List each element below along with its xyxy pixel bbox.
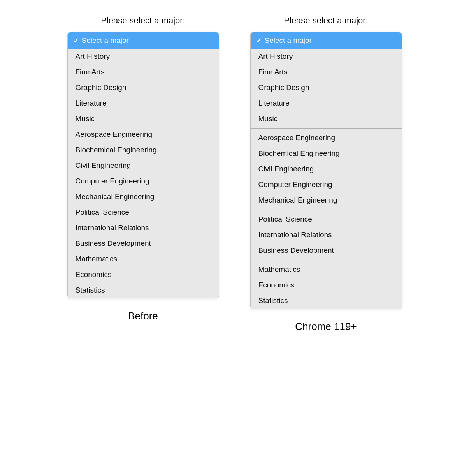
after-caption: Chrome 119+ [295, 321, 357, 333]
list-item[interactable]: Economics [68, 267, 219, 282]
list-item[interactable]: Political Science [68, 205, 219, 220]
list-item[interactable]: Art History [251, 49, 402, 64]
list-item[interactable]: Graphic Design [251, 80, 402, 95]
list-item[interactable]: Music [68, 111, 219, 127]
list-item[interactable]: Literature [68, 95, 219, 111]
list-item[interactable]: Graphic Design [68, 80, 219, 95]
group-divider [251, 260, 402, 260]
list-item[interactable]: Statistics [251, 293, 402, 309]
before-selected-option[interactable]: ✓ Select a major [68, 32, 219, 49]
before-caption: Before [128, 310, 158, 322]
list-item[interactable]: Business Development [251, 243, 402, 258]
list-item[interactable]: Mechanical Engineering [251, 192, 402, 208]
checkmark-icon: ✓ [73, 37, 79, 45]
after-demo: Please select a major: ✓ Select a major … [250, 16, 402, 333]
list-item[interactable]: Computer Engineering [68, 173, 219, 189]
list-item[interactable]: Computer Engineering [251, 177, 402, 192]
before-selected-label: Select a major [82, 36, 129, 45]
list-item[interactable]: Business Development [68, 236, 219, 251]
list-item[interactable]: Civil Engineering [68, 158, 219, 173]
checkmark-icon: ✓ [256, 37, 262, 45]
list-item[interactable]: Aerospace Engineering [68, 127, 219, 142]
before-label: Please select a major: [101, 16, 185, 26]
after-dropdown-box[interactable]: ✓ Select a major Art History Fine Arts G… [250, 32, 402, 309]
list-item[interactable]: Mathematics [251, 262, 402, 277]
before-dropdown-box[interactable]: ✓ Select a major Art History Fine Arts G… [67, 32, 219, 298]
list-item[interactable]: Music [251, 111, 402, 127]
comparison-container: Please select a major: ✓ Select a major … [8, 16, 461, 333]
before-items-list: Art History Fine Arts Graphic Design Lit… [68, 49, 219, 298]
after-items-list: Art History Fine Arts Graphic Design Lit… [251, 49, 402, 309]
after-selected-option[interactable]: ✓ Select a major [251, 32, 402, 49]
list-item[interactable]: Fine Arts [251, 64, 402, 80]
group-divider [251, 128, 402, 129]
list-item[interactable]: Civil Engineering [251, 161, 402, 177]
after-label: Please select a major: [284, 16, 368, 26]
group-divider [251, 210, 402, 210]
list-item[interactable]: Literature [251, 95, 402, 111]
list-item[interactable]: Aerospace Engineering [251, 130, 402, 146]
before-demo: Please select a major: ✓ Select a major … [67, 16, 219, 322]
list-item[interactable]: Mathematics [68, 251, 219, 267]
list-item[interactable]: Fine Arts [68, 64, 219, 80]
list-item[interactable]: Mechanical Engineering [68, 189, 219, 205]
list-item[interactable]: International Relations [68, 220, 219, 236]
list-item[interactable]: Biochemical Engineering [251, 146, 402, 161]
after-selected-label: Select a major [265, 36, 312, 45]
list-item[interactable]: Biochemical Engineering [68, 142, 219, 158]
list-item[interactable]: International Relations [251, 227, 402, 243]
list-item[interactable]: Art History [68, 49, 219, 64]
list-item[interactable]: Economics [251, 277, 402, 293]
list-item[interactable]: Political Science [251, 212, 402, 227]
list-item[interactable]: Statistics [68, 282, 219, 298]
